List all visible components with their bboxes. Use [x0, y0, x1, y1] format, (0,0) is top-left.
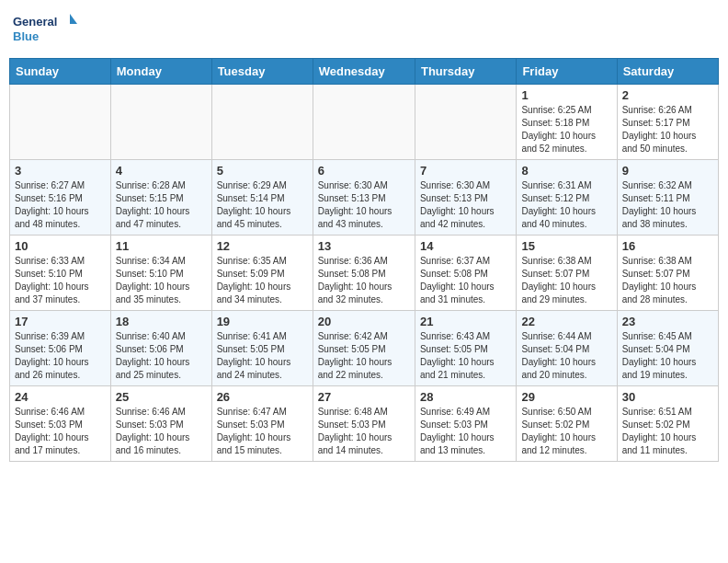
calendar-cell: 12Sunrise: 6:35 AMSunset: 5:09 PMDayligh…	[211, 236, 313, 311]
day-info: Sunrise: 6:46 AMSunset: 5:03 PMDaylight:…	[15, 406, 106, 457]
calendar-table: SundayMondayTuesdayWednesdayThursdayFrid…	[9, 58, 719, 462]
calendar-cell: 29Sunrise: 6:50 AMSunset: 5:02 PMDayligh…	[517, 386, 617, 462]
day-number: 18	[116, 315, 207, 328]
day-header-wednesday: Wednesday	[313, 59, 415, 85]
day-number: 15	[521, 239, 611, 253]
calendar-cell: 18Sunrise: 6:40 AMSunset: 5:06 PMDayligh…	[110, 311, 211, 386]
calendar-cell: 9Sunrise: 6:32 AMSunset: 5:11 PMDaylight…	[617, 160, 718, 236]
svg-text:Blue: Blue	[13, 29, 39, 43]
day-number: 30	[622, 390, 713, 404]
day-number: 16	[622, 239, 713, 253]
calendar-cell	[211, 85, 313, 160]
day-info: Sunrise: 6:38 AMSunset: 5:07 PMDaylight:…	[622, 255, 713, 306]
day-number: 17	[15, 315, 106, 328]
day-info: Sunrise: 6:51 AMSunset: 5:02 PMDaylight:…	[622, 406, 713, 457]
calendar-cell: 23Sunrise: 6:45 AMSunset: 5:04 PMDayligh…	[617, 311, 718, 386]
calendar-cell: 22Sunrise: 6:44 AMSunset: 5:04 PMDayligh…	[517, 311, 617, 386]
day-info: Sunrise: 6:34 AMSunset: 5:10 PMDaylight:…	[116, 255, 207, 306]
day-number: 7	[420, 164, 511, 178]
day-info: Sunrise: 6:47 AMSunset: 5:03 PMDaylight:…	[217, 406, 308, 457]
day-number: 3	[15, 164, 106, 178]
calendar-cell: 16Sunrise: 6:38 AMSunset: 5:07 PMDayligh…	[617, 236, 718, 311]
calendar-week-row: 1Sunrise: 6:25 AMSunset: 5:18 PMDaylight…	[10, 85, 719, 160]
day-info: Sunrise: 6:39 AMSunset: 5:06 PMDaylight:…	[15, 330, 106, 382]
day-info: Sunrise: 6:44 AMSunset: 5:04 PMDaylight:…	[521, 330, 611, 382]
day-number: 14	[420, 239, 511, 253]
day-info: Sunrise: 6:36 AMSunset: 5:08 PMDaylight:…	[318, 255, 410, 306]
day-number: 1	[521, 88, 611, 102]
calendar-cell: 30Sunrise: 6:51 AMSunset: 5:02 PMDayligh…	[617, 386, 718, 462]
calendar-cell	[415, 85, 516, 160]
day-number: 9	[622, 164, 713, 178]
calendar-cell: 26Sunrise: 6:47 AMSunset: 5:03 PMDayligh…	[211, 386, 313, 462]
day-number: 24	[15, 390, 106, 404]
day-info: Sunrise: 6:46 AMSunset: 5:03 PMDaylight:…	[116, 406, 207, 457]
calendar-header-row: SundayMondayTuesdayWednesdayThursdayFrid…	[10, 59, 719, 85]
calendar-cell: 3Sunrise: 6:27 AMSunset: 5:16 PMDaylight…	[10, 160, 111, 236]
calendar-cell: 13Sunrise: 6:36 AMSunset: 5:08 PMDayligh…	[313, 236, 415, 311]
svg-text:General: General	[13, 15, 57, 29]
logo-svg: General Blue	[13, 9, 77, 51]
day-number: 22	[521, 315, 611, 328]
calendar-cell: 7Sunrise: 6:30 AMSunset: 5:13 PMDaylight…	[415, 160, 516, 236]
calendar-week-row: 17Sunrise: 6:39 AMSunset: 5:06 PMDayligh…	[10, 311, 719, 386]
day-number: 6	[318, 164, 410, 178]
day-info: Sunrise: 6:30 AMSunset: 5:13 PMDaylight:…	[318, 179, 410, 231]
day-number: 5	[217, 164, 308, 178]
day-number: 13	[318, 239, 410, 253]
day-info: Sunrise: 6:26 AMSunset: 5:17 PMDaylight:…	[622, 104, 713, 155]
calendar-cell: 19Sunrise: 6:41 AMSunset: 5:05 PMDayligh…	[211, 311, 313, 386]
day-info: Sunrise: 6:28 AMSunset: 5:15 PMDaylight:…	[116, 179, 207, 231]
day-number: 21	[420, 315, 511, 328]
day-number: 25	[116, 390, 207, 404]
calendar-week-row: 3Sunrise: 6:27 AMSunset: 5:16 PMDaylight…	[10, 160, 719, 236]
day-number: 2	[622, 88, 713, 102]
day-info: Sunrise: 6:37 AMSunset: 5:08 PMDaylight:…	[420, 255, 511, 306]
day-number: 20	[318, 315, 410, 328]
calendar-cell: 5Sunrise: 6:29 AMSunset: 5:14 PMDaylight…	[211, 160, 313, 236]
day-header-monday: Monday	[110, 59, 211, 85]
day-header-thursday: Thursday	[415, 59, 516, 85]
day-number: 12	[217, 239, 308, 253]
calendar-cell	[110, 85, 211, 160]
logo: General Blue	[13, 9, 77, 51]
calendar-week-row: 24Sunrise: 6:46 AMSunset: 5:03 PMDayligh…	[10, 386, 719, 462]
calendar-cell: 27Sunrise: 6:48 AMSunset: 5:03 PMDayligh…	[313, 386, 415, 462]
calendar-cell: 21Sunrise: 6:43 AMSunset: 5:05 PMDayligh…	[415, 311, 516, 386]
day-number: 4	[116, 164, 207, 178]
day-number: 8	[521, 164, 611, 178]
day-info: Sunrise: 6:31 AMSunset: 5:12 PMDaylight:…	[521, 179, 611, 231]
calendar-cell: 14Sunrise: 6:37 AMSunset: 5:08 PMDayligh…	[415, 236, 516, 311]
day-info: Sunrise: 6:48 AMSunset: 5:03 PMDaylight:…	[318, 406, 410, 457]
calendar-cell: 4Sunrise: 6:28 AMSunset: 5:15 PMDaylight…	[110, 160, 211, 236]
day-number: 29	[521, 390, 611, 404]
day-info: Sunrise: 6:41 AMSunset: 5:05 PMDaylight:…	[217, 330, 308, 382]
calendar-cell: 10Sunrise: 6:33 AMSunset: 5:10 PMDayligh…	[10, 236, 111, 311]
day-number: 23	[622, 315, 713, 328]
calendar-cell: 8Sunrise: 6:31 AMSunset: 5:12 PMDaylight…	[517, 160, 617, 236]
day-info: Sunrise: 6:30 AMSunset: 5:13 PMDaylight:…	[420, 179, 511, 231]
day-number: 26	[217, 390, 308, 404]
day-info: Sunrise: 6:29 AMSunset: 5:14 PMDaylight:…	[217, 179, 308, 231]
calendar-cell: 25Sunrise: 6:46 AMSunset: 5:03 PMDayligh…	[110, 386, 211, 462]
calendar-cell: 11Sunrise: 6:34 AMSunset: 5:10 PMDayligh…	[110, 236, 211, 311]
day-info: Sunrise: 6:43 AMSunset: 5:05 PMDaylight:…	[420, 330, 511, 382]
day-info: Sunrise: 6:50 AMSunset: 5:02 PMDaylight:…	[521, 406, 611, 457]
day-info: Sunrise: 6:49 AMSunset: 5:03 PMDaylight:…	[420, 406, 511, 457]
day-number: 19	[217, 315, 308, 328]
calendar-cell: 15Sunrise: 6:38 AMSunset: 5:07 PMDayligh…	[517, 236, 617, 311]
day-info: Sunrise: 6:45 AMSunset: 5:04 PMDaylight:…	[622, 330, 713, 382]
calendar-cell	[10, 85, 111, 160]
day-info: Sunrise: 6:40 AMSunset: 5:06 PMDaylight:…	[116, 330, 207, 382]
day-info: Sunrise: 6:25 AMSunset: 5:18 PMDaylight:…	[521, 104, 611, 155]
page-header: General Blue	[9, 9, 719, 51]
day-number: 10	[15, 239, 106, 253]
calendar-cell: 17Sunrise: 6:39 AMSunset: 5:06 PMDayligh…	[10, 311, 111, 386]
day-number: 11	[116, 239, 207, 253]
day-number: 28	[420, 390, 511, 404]
day-info: Sunrise: 6:27 AMSunset: 5:16 PMDaylight:…	[15, 179, 106, 231]
calendar-cell: 6Sunrise: 6:30 AMSunset: 5:13 PMDaylight…	[313, 160, 415, 236]
day-info: Sunrise: 6:38 AMSunset: 5:07 PMDaylight:…	[521, 255, 611, 306]
day-info: Sunrise: 6:42 AMSunset: 5:05 PMDaylight:…	[318, 330, 410, 382]
calendar-cell: 24Sunrise: 6:46 AMSunset: 5:03 PMDayligh…	[10, 386, 111, 462]
